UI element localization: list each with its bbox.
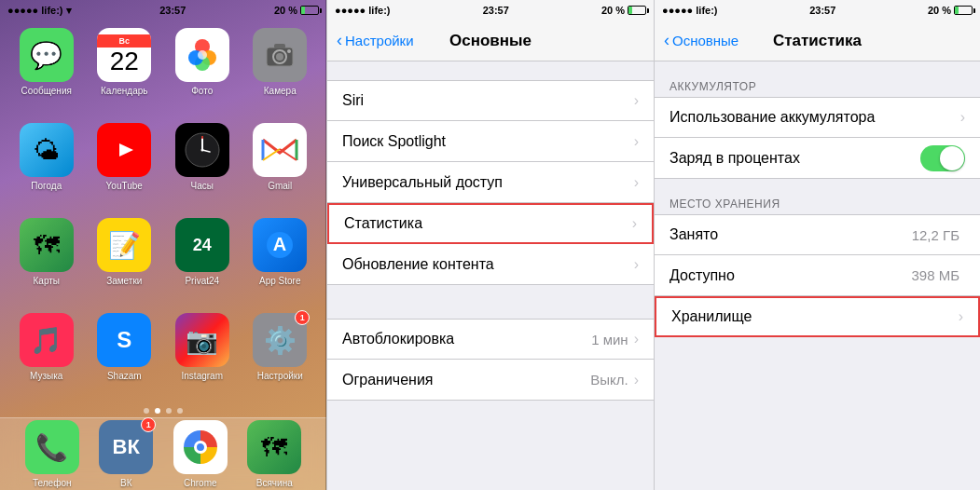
- music-icon: 🎵: [20, 313, 74, 367]
- app-notes[interactable]: 📝 Заметки: [91, 218, 159, 302]
- appstore-label: App Store: [259, 276, 300, 286]
- settings-panel: ●●●●● life:) 23:57 20 % ‹ Настройки Осно…: [326, 0, 654, 490]
- wifi-icon: ▾: [66, 5, 72, 17]
- app-youtube[interactable]: YouTube: [91, 123, 159, 207]
- photos-icon: [175, 28, 229, 82]
- app-weather[interactable]: 🌤 Погода: [13, 123, 80, 207]
- maps2-icon: 🗺: [247, 420, 301, 474]
- status-bar: ●●●●● life:) ▾ 23:57 20 %: [0, 0, 326, 20]
- app-clock[interactable]: Часы: [169, 123, 236, 207]
- battery-usage-chevron-icon: ›: [960, 109, 965, 126]
- s3-battery-icon: [954, 6, 973, 15]
- settings-back-button[interactable]: ‹ Настройки: [337, 31, 414, 50]
- universal-label: Универсальный доступ: [342, 174, 634, 191]
- stats-row-battery-percent[interactable]: Заряд в процентах: [655, 138, 980, 179]
- settings-group-lock: Автоблокировка 1 мин › Ограничения Выкл.…: [327, 319, 654, 401]
- app-appstore[interactable]: A App Store: [247, 218, 314, 302]
- update-chevron-icon: ›: [634, 256, 639, 273]
- app-music[interactable]: 🎵 Музыка: [13, 313, 80, 397]
- spotlight-chevron-icon: ›: [634, 133, 639, 150]
- dock-vk[interactable]: ВК 1 ВК: [99, 420, 153, 488]
- app-settings[interactable]: ⚙️ 1 Настройки: [247, 313, 314, 397]
- notes-label: Заметки: [106, 276, 142, 286]
- battery-icon: [300, 6, 319, 15]
- clock-label: Часы: [191, 181, 214, 191]
- weather-icon: 🌤: [20, 123, 74, 177]
- app-messages[interactable]: 💬 Сообщения: [13, 28, 80, 112]
- settings-list: Siri › Поиск Spotlight › Универсальный д…: [327, 61, 654, 490]
- settings-row-siri[interactable]: Siri ›: [327, 80, 654, 121]
- battery-percent-toggle[interactable]: [920, 145, 965, 171]
- app-gmail[interactable]: Gmail: [247, 123, 314, 207]
- dock-phone[interactable]: 📞 Телефон: [25, 420, 79, 488]
- settings-row-update[interactable]: Обновление контента ›: [327, 244, 654, 285]
- battery-percent: 20 %: [274, 5, 297, 16]
- settings-label: Настройки: [257, 371, 303, 381]
- update-label: Обновление контента: [342, 256, 634, 273]
- spotlight-label: Поиск Spotlight: [342, 133, 634, 150]
- instagram-icon: 📷: [175, 313, 229, 367]
- dock-chrome[interactable]: Chrome: [173, 420, 228, 488]
- app-privat24[interactable]: 24 Privat24: [169, 218, 236, 302]
- notes-icon: 📝: [97, 218, 151, 272]
- vk-icon-wrapper: ВК 1: [99, 420, 153, 474]
- restrictions-value: Выкл.: [590, 372, 628, 388]
- camera-icon: [253, 28, 307, 82]
- settings-nav-title: Основные: [449, 32, 531, 50]
- s3-status-left: ●●●●● life:): [662, 5, 718, 16]
- dock: 📞 Телефон ВК 1 ВК Chrome 🗺 Вся: [0, 417, 326, 490]
- stats-row-storage[interactable]: Хранилище ›: [655, 296, 980, 337]
- stats-row-battery-usage[interactable]: Использование аккумулятора ›: [655, 97, 980, 138]
- stats-row-occupied[interactable]: Занято 12,2 ГБ: [655, 214, 980, 255]
- settings-row-restrictions[interactable]: Ограничения Выкл. ›: [327, 360, 654, 401]
- app-calendar[interactable]: Вс 22 Календарь: [91, 28, 159, 112]
- shazam-label: Shazam: [107, 371, 142, 381]
- battery-percent-label: Заряд в процентах: [669, 150, 920, 167]
- s3-battery-pct: 20 %: [928, 5, 951, 16]
- occupied-label: Занято: [669, 226, 912, 243]
- s2-battery-pct: 20 %: [601, 5, 625, 16]
- chrome-inner: [194, 441, 207, 454]
- settings-nav-bar: ‹ Настройки Основные: [327, 20, 654, 61]
- restrictions-label: Ограничения: [342, 372, 590, 388]
- settings-row-spotlight[interactable]: Поиск Spotlight ›: [327, 121, 654, 162]
- cal-header: Вс: [97, 34, 151, 48]
- battery-fill: [301, 7, 305, 14]
- maps2-label: Всячина: [256, 478, 293, 488]
- s3-battery-fill: [955, 7, 959, 14]
- home-screen: ●●●●● life:) ▾ 23:57 20 % 💬 Сообщения Вс…: [0, 0, 326, 490]
- s3-signal: ●●●●● life:): [662, 5, 718, 16]
- app-instagram[interactable]: 📷 Instagram: [169, 313, 236, 397]
- universal-chevron-icon: ›: [634, 174, 639, 191]
- autolock-label: Автоблокировка: [342, 331, 591, 347]
- battery-usage-label: Использование аккумулятора: [669, 109, 960, 126]
- settings-row-autolock[interactable]: Автоблокировка 1 мин ›: [327, 319, 654, 360]
- app-camera[interactable]: Камера: [247, 28, 314, 112]
- autolock-chevron-icon: ›: [634, 331, 639, 347]
- stats-back-button[interactable]: ‹ Основные: [664, 31, 738, 50]
- app-photos[interactable]: Фото: [169, 28, 236, 112]
- app-shazam[interactable]: S Shazam: [91, 313, 159, 397]
- svg-rect-8: [274, 44, 285, 48]
- messages-label: Сообщения: [21, 86, 72, 96]
- restrictions-chevron-icon: ›: [634, 372, 639, 388]
- s2-battery-fill: [628, 7, 632, 14]
- calendar-label: Календарь: [101, 86, 147, 96]
- shazam-icon: S: [97, 313, 151, 367]
- vk-label: ВК: [120, 478, 132, 488]
- settings-row-statistics[interactable]: Статистика ›: [327, 203, 654, 244]
- dock-maps[interactable]: 🗺 Всячина: [247, 420, 301, 488]
- settings-group-main: Siri › Поиск Spotlight › Универсальный д…: [327, 80, 654, 285]
- appstore-icon: A: [253, 218, 307, 272]
- occupied-value: 12,2 ГБ: [912, 227, 959, 243]
- statistics-label: Статистика: [344, 215, 632, 232]
- stats-row-available[interactable]: Доступно 398 МБ: [655, 255, 980, 296]
- siri-label: Siri: [342, 92, 634, 109]
- status-left: ●●●●● life:) ▾: [7, 5, 72, 17]
- settings-row-universal[interactable]: Универсальный доступ ›: [327, 162, 654, 203]
- stats-nav-title: Статистика: [773, 32, 862, 50]
- battery-section-header: АККУМУЛЯТОР: [655, 61, 980, 97]
- status-time: 23:57: [159, 5, 186, 16]
- app-maps[interactable]: 🗺 Карты: [13, 218, 80, 302]
- music-label: Музыка: [30, 371, 62, 381]
